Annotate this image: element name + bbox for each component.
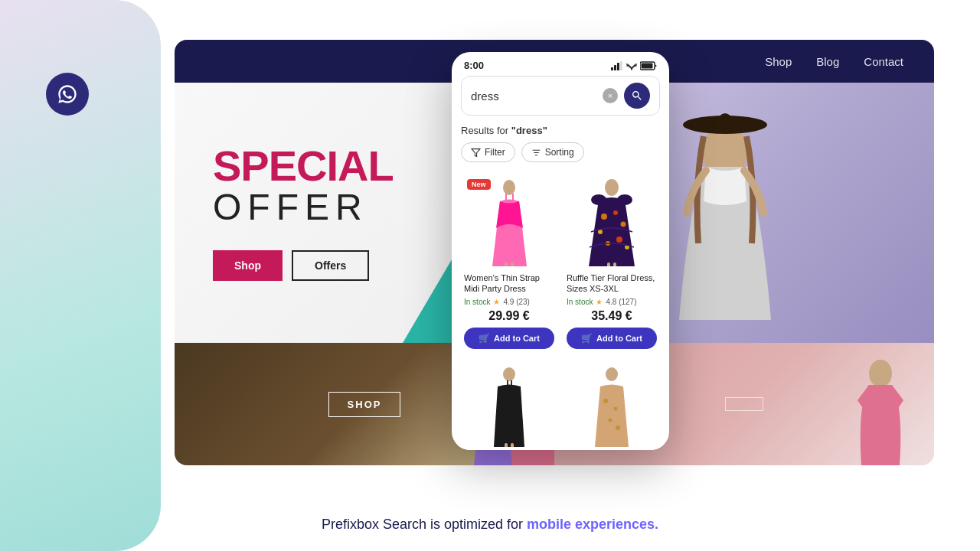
product-title-2: Ruffle Tier Floral Dress, Sizes XS-3XL <box>567 272 657 295</box>
svg-rect-42 <box>613 443 616 447</box>
product-card: New Women's Thin Strap Midi Party Dress <box>458 170 560 355</box>
bottom-tagline: Prefixbox Search is optimized for mobile… <box>0 517 980 533</box>
new-badge-1: New <box>467 179 491 190</box>
signal-icon <box>611 61 623 70</box>
dress-image-3 <box>486 367 532 447</box>
offers-button[interactable]: Offers <box>292 250 369 281</box>
chat-icon <box>57 83 78 105</box>
phone-overlay: 8:00 <box>452 52 669 450</box>
search-icon <box>631 90 643 102</box>
svg-rect-29 <box>607 262 610 266</box>
phone-time: 8:00 <box>464 60 484 71</box>
in-stock-1: In stock <box>464 298 490 306</box>
add-to-cart-2[interactable]: 🛒 Add to Cart <box>567 328 657 349</box>
product-image-1: New <box>464 176 554 268</box>
dress-image-2 <box>585 178 639 266</box>
product-price-2: 35.49 € <box>567 309 657 323</box>
svg-point-7 <box>631 68 632 70</box>
sort-button[interactable]: Sorting <box>521 142 584 162</box>
svg-rect-4 <box>614 65 616 70</box>
battery-icon <box>640 61 657 70</box>
bottom-right-person <box>850 358 911 465</box>
dress-image-4 <box>589 367 635 447</box>
rating-2: 4.8 (127) <box>606 298 636 306</box>
sort-label: Sorting <box>545 147 574 158</box>
product-card-3: Sleeveless Black Wrap Dress In stock ★ 4… <box>458 355 560 450</box>
search-submit-button[interactable] <box>624 83 650 109</box>
product-rating-row-2: In stock ★ 4.8 (127) <box>567 298 657 306</box>
svg-rect-18 <box>511 262 514 266</box>
svg-rect-6 <box>620 61 622 70</box>
svg-rect-34 <box>505 443 508 447</box>
svg-point-31 <box>503 367 515 381</box>
filter-label: Filter <box>485 147 505 158</box>
stars-1: ★ <box>493 298 500 306</box>
svg-rect-5 <box>617 63 619 70</box>
svg-point-23 <box>613 210 618 215</box>
svg-rect-35 <box>511 443 514 447</box>
filter-button[interactable]: Filter <box>461 142 515 162</box>
svg-rect-41 <box>607 443 610 447</box>
filter-sort-row: Filter Sorting <box>452 142 669 170</box>
svg-point-22 <box>601 214 607 220</box>
product-image-4 <box>567 361 657 450</box>
svg-point-26 <box>616 236 622 243</box>
tagline-prefix: Prefixbox Search is optimized for <box>322 517 527 532</box>
shop-button[interactable]: Shop <box>213 250 283 281</box>
svg-point-39 <box>609 419 612 422</box>
filter-icon <box>471 148 481 158</box>
search-input[interactable]: dress <box>471 90 596 103</box>
svg-point-14 <box>503 180 515 195</box>
nav-item-blog[interactable]: Blog <box>816 55 839 68</box>
nav-item-shop[interactable]: Shop <box>765 55 792 68</box>
svg-point-37 <box>603 399 608 403</box>
svg-rect-30 <box>613 262 616 266</box>
cart-icon-1: 🛒 <box>479 333 490 344</box>
sort-icon <box>531 148 541 158</box>
svg-point-36 <box>606 367 618 381</box>
products-grid: New Women's Thin Strap Midi Party Dress <box>452 170 669 450</box>
woman-silhouette <box>648 90 802 335</box>
product-image-2 <box>567 176 657 268</box>
svg-point-40 <box>616 425 620 430</box>
results-prefix: Results for <box>461 125 511 136</box>
add-to-cart-label-1: Add to Cart <box>494 334 540 343</box>
stars-2: ★ <box>596 298 603 306</box>
in-stock-2: In stock <box>567 298 593 306</box>
search-clear-button[interactable]: × <box>603 88 618 103</box>
add-to-cart-label-2: Add to Cart <box>596 334 642 343</box>
product-card-4: Floral Summer Midi Dress In stock ★ 4.6 … <box>560 355 663 450</box>
product-card-2: Ruffle Tier Floral Dress, Sizes XS-3XL I… <box>560 170 663 355</box>
dress-image-1 <box>485 178 534 266</box>
svg-point-24 <box>621 221 626 227</box>
search-bar[interactable]: dress × <box>461 76 660 116</box>
svg-marker-10 <box>472 148 480 156</box>
svg-rect-3 <box>611 67 613 70</box>
svg-rect-9 <box>642 63 653 68</box>
bottom-right-inner <box>725 397 763 411</box>
tagline-highlight: mobile experiences. <box>527 517 658 532</box>
product-image-3 <box>464 361 554 450</box>
svg-point-19 <box>605 179 619 196</box>
phone-status-bar: 8:00 <box>452 52 669 76</box>
add-to-cart-1[interactable]: 🛒 Add to Cart <box>464 328 554 349</box>
cart-icon-2: 🛒 <box>581 333 593 344</box>
svg-point-25 <box>598 230 603 234</box>
nav-item-contact[interactable]: Contact <box>864 55 903 68</box>
svg-point-38 <box>614 407 618 411</box>
svg-point-2 <box>869 360 892 387</box>
product-price-1: 29.99 € <box>464 309 554 323</box>
svg-rect-17 <box>505 262 508 266</box>
rating-1: 4.9 (23) <box>503 298 529 306</box>
status-icons <box>611 61 657 70</box>
shop-label: SHOP <box>328 392 401 417</box>
product-title-1: Women's Thin Strap Midi Party Dress <box>464 272 554 295</box>
chat-icon-circle[interactable] <box>46 73 89 116</box>
results-header: Results for "dress" <box>452 122 669 142</box>
wifi-icon <box>626 61 637 70</box>
product-rating-row-1: In stock ★ 4.9 (23) <box>464 298 554 306</box>
results-query: "dress" <box>511 125 547 136</box>
